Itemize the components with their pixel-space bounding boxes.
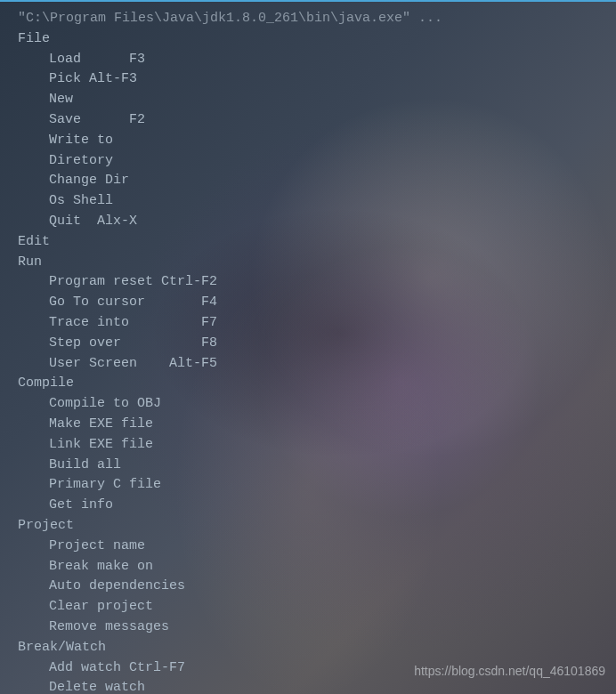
watermark-text: https://blog.csdn.net/qq_46101869: [414, 661, 605, 682]
menu-section-file: File: [18, 29, 616, 50]
menu-item: Break make on: [18, 557, 616, 577]
menu-item: Program reset Ctrl-F2: [18, 272, 616, 293]
menu-item: Get info: [18, 496, 616, 516]
command-header: "C:\Program Files\Java\jdk1.8.0_261\bin\…: [18, 9, 616, 29]
menu-item: Write to: [18, 131, 616, 151]
menu-item: Primary C file: [18, 475, 616, 496]
menu-item: Change Dir: [18, 171, 616, 191]
menu-item: Diretory: [18, 151, 616, 172]
menu-item: Os Shell: [18, 191, 616, 212]
menu-item: Quit Alx-X: [18, 212, 616, 232]
menu-item: Make EXE file: [18, 415, 616, 435]
menu-item: Compile to OBJ: [18, 394, 616, 415]
menu-section-edit: Edit: [18, 232, 616, 253]
menu-item: Step over F8: [18, 334, 616, 354]
menu-item: Build all: [18, 456, 616, 476]
menu-item: Auto dependencies: [18, 577, 616, 597]
menu-section-project: Project: [18, 516, 616, 537]
menu-item: Trace into F7: [18, 313, 616, 334]
menu-item: Pick Alt-F3: [18, 69, 616, 90]
menu-item: Project name: [18, 537, 616, 557]
menu-section-run: Run: [18, 253, 616, 273]
menu-item: Load F3: [18, 50, 616, 70]
menu-section-compile: Compile: [18, 374, 616, 394]
menu-section-break-watch: Break/Watch: [18, 638, 616, 658]
menu-item: Go To cursor F4: [18, 293, 616, 313]
menu-item: Link EXE file: [18, 435, 616, 456]
menu-item: Save F2: [18, 110, 616, 131]
console-output: "C:\Program Files\Java\jdk1.8.0_261\bin\…: [0, 2, 616, 694]
menu-item: New: [18, 90, 616, 110]
menu-list: FileLoad F3Pick Alt-F3NewSave F2Write to…: [18, 29, 616, 694]
menu-item: User Screen Alt-F5: [18, 354, 616, 375]
menu-item: Remove messages: [18, 617, 616, 638]
menu-item: Clear project: [18, 597, 616, 617]
